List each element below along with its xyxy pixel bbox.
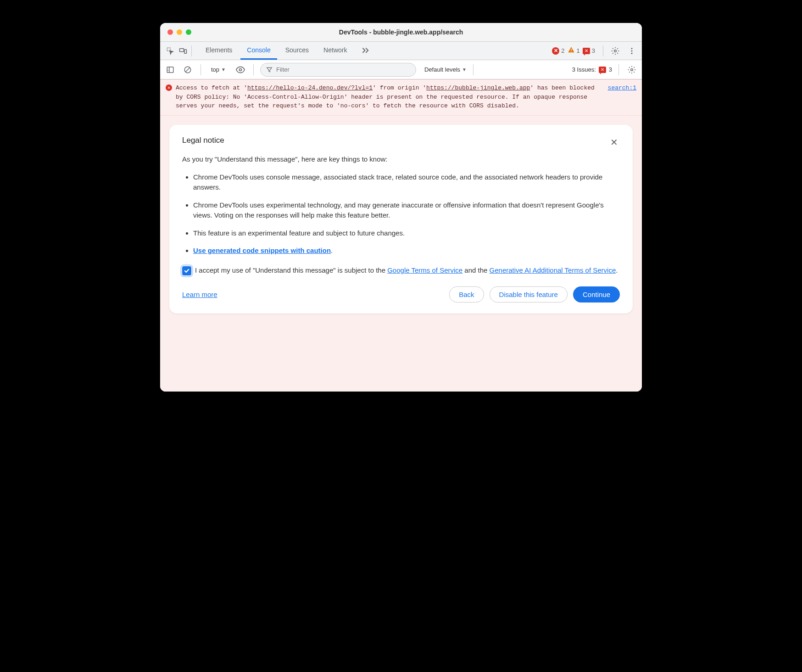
svg-rect-2	[184, 50, 187, 53]
dialog-title: Legal notice	[182, 136, 224, 145]
svg-point-7	[631, 50, 633, 51]
minimize-window-button[interactable]	[177, 29, 182, 35]
chevron-down-icon: ▼	[221, 67, 226, 72]
error-text: Access to fetch at 'https://hello-io-24.…	[176, 84, 601, 111]
maximize-window-button[interactable]	[186, 29, 191, 35]
caution-link[interactable]: Use generated code snippets with caution	[193, 246, 331, 254]
devtools-window: DevTools - bubble-jingle.web.app/search …	[160, 23, 642, 392]
more-menu-icon[interactable]	[625, 45, 638, 57]
console-settings-icon[interactable]	[625, 63, 638, 76]
terms-link[interactable]: Google Terms of Service	[387, 266, 462, 274]
chat-error-icon: ✕	[583, 48, 590, 54]
more-tabs-icon[interactable]	[355, 42, 376, 60]
consent-text: I accept my use of "Understand this mess…	[195, 265, 618, 276]
tab-console[interactable]: Console	[240, 42, 277, 60]
clear-console-icon[interactable]	[181, 63, 194, 76]
dialog-intro: As you try "Understand this message", he…	[182, 155, 620, 163]
svg-point-13	[239, 68, 241, 71]
divider	[200, 64, 201, 75]
chat-count: 3	[592, 47, 595, 54]
continue-button[interactable]: Continue	[573, 286, 620, 302]
svg-rect-3	[571, 49, 571, 50]
inspect-icon[interactable]	[164, 45, 177, 57]
error-url-2[interactable]: https://bubble-jingle.web.app	[426, 84, 530, 91]
titlebar: DevTools - bubble-jingle.web.app/search	[160, 23, 642, 42]
gen-ai-terms-link[interactable]: Generative AI Additional Terms of Servic…	[490, 266, 616, 274]
dialog-buttons: Back Disable this feature Continue	[449, 286, 620, 302]
divider	[191, 45, 192, 56]
levels-label: Default levels	[424, 66, 460, 73]
dialog-bullet: This feature is an experimental feature …	[193, 228, 620, 239]
svg-point-8	[631, 52, 633, 54]
levels-selector[interactable]: Default levels ▼	[424, 66, 467, 73]
tab-sources[interactable]: Sources	[279, 42, 315, 60]
issues-pill[interactable]: 3 Issues: ✕ 3	[572, 66, 612, 73]
filter-icon	[266, 67, 273, 73]
divider	[603, 45, 603, 56]
chevron-down-icon: ▼	[462, 67, 467, 72]
svg-line-12	[186, 67, 190, 72]
tab-elements[interactable]: Elements	[199, 42, 239, 60]
dialog-list: Chrome DevTools uses console message, as…	[182, 172, 620, 256]
dialog-header: Legal notice ✕	[182, 136, 620, 149]
settings-icon[interactable]	[609, 45, 622, 57]
back-button[interactable]: Back	[449, 286, 484, 302]
svg-point-14	[631, 68, 633, 71]
traffic-lights	[167, 29, 191, 35]
learn-more-link[interactable]: Learn more	[182, 291, 217, 298]
close-window-button[interactable]	[167, 29, 173, 35]
divider	[618, 64, 619, 75]
issues-count: 3	[609, 66, 612, 73]
consent-row: I accept my use of "Understand this mess…	[182, 265, 620, 276]
toolbar-right: ✕ 2 1 ✕ 3	[552, 45, 638, 57]
main-toolbar: Elements Console Sources Network ✕ 2 1 ✕…	[160, 42, 642, 60]
device-toggle-icon[interactable]	[177, 45, 189, 57]
issues-text: 3 Issues:	[572, 66, 596, 73]
consent-checkbox[interactable]	[182, 266, 191, 275]
error-badge[interactable]: ✕ 2 1 ✕ 3	[552, 46, 597, 56]
window-title: DevTools - bubble-jingle.web.app/search	[167, 28, 635, 36]
error-count: 2	[561, 47, 564, 54]
disable-button[interactable]: Disable this feature	[490, 286, 568, 302]
context-selector[interactable]: top ▼	[207, 64, 229, 75]
close-icon[interactable]: ✕	[608, 136, 620, 149]
dialog-footer: Learn more Back Disable this feature Con…	[182, 286, 620, 302]
chat-error-icon: ✕	[599, 67, 606, 73]
console-toolbar: top ▼ Default levels ▼ 3 Issues: ✕ 3	[160, 60, 642, 79]
warning-count: 1	[577, 47, 580, 54]
dialog-bullet: Chrome DevTools uses experimental techno…	[193, 200, 620, 221]
tab-network[interactable]: Network	[317, 42, 353, 60]
console-error-row[interactable]: ✕ Access to fetch at 'https://hello-io-2…	[160, 79, 642, 116]
tabs: Elements Console Sources Network	[199, 42, 376, 60]
filter-input[interactable]	[276, 66, 410, 73]
dialog-bullet: Chrome DevTools uses console message, as…	[193, 172, 620, 193]
dialog-bullet: Use generated code snippets with caution…	[193, 246, 620, 256]
svg-point-5	[614, 50, 617, 52]
error-source-link[interactable]: search:1	[608, 84, 636, 93]
context-label: top	[211, 66, 219, 73]
error-url-1[interactable]: https://hello-io-24.deno.dev/?lvl=1	[247, 84, 373, 91]
divider	[253, 64, 254, 75]
svg-rect-1	[180, 48, 184, 51]
sidebar-toggle-icon[interactable]	[164, 63, 177, 76]
divider	[473, 64, 473, 75]
svg-point-6	[631, 48, 633, 49]
svg-rect-4	[571, 51, 571, 51]
live-expression-icon[interactable]	[234, 63, 247, 76]
legal-notice-dialog: Legal notice ✕ As you try "Understand th…	[169, 125, 633, 314]
error-icon: ✕	[166, 84, 172, 91]
warning-icon	[568, 46, 575, 56]
error-icon: ✕	[552, 47, 559, 55]
filter-box[interactable]	[260, 63, 416, 77]
console-body[interactable]: ✕ Access to fetch at 'https://hello-io-2…	[160, 79, 642, 392]
